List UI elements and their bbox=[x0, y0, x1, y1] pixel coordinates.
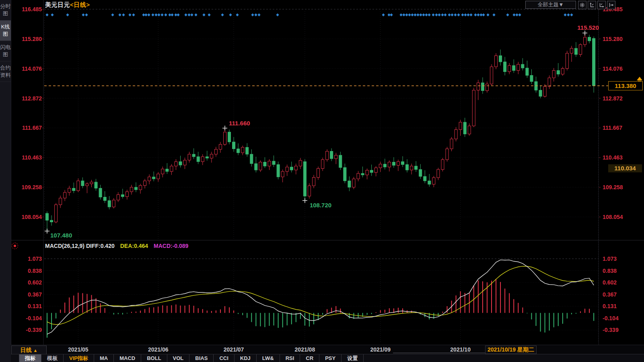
candle-body[interactable] bbox=[424, 176, 426, 181]
candle-body[interactable] bbox=[481, 83, 484, 91]
candle-body[interactable] bbox=[374, 168, 377, 173]
candle-body[interactable] bbox=[290, 167, 293, 170]
candle-body[interactable] bbox=[183, 160, 186, 165]
candle-body[interactable] bbox=[517, 64, 520, 70]
candle-body[interactable] bbox=[95, 182, 97, 188]
candle-body[interactable] bbox=[574, 48, 577, 54]
candle-body[interactable] bbox=[339, 155, 342, 168]
candle-body[interactable] bbox=[286, 167, 288, 172]
candle-body[interactable] bbox=[219, 144, 222, 149]
candle-body[interactable] bbox=[112, 200, 115, 207]
candle-body[interactable] bbox=[499, 56, 502, 62]
candle-body[interactable] bbox=[357, 174, 360, 179]
candle-body[interactable] bbox=[486, 84, 488, 91]
candle-body[interactable] bbox=[108, 200, 111, 207]
candle-body[interactable] bbox=[335, 155, 337, 159]
candle-body[interactable] bbox=[566, 53, 568, 68]
candle-body[interactable] bbox=[379, 164, 382, 168]
candle-body[interactable] bbox=[268, 161, 271, 166]
candle-body[interactable] bbox=[530, 76, 533, 82]
candle-body[interactable] bbox=[548, 78, 551, 86]
candle-body[interactable] bbox=[308, 186, 311, 196]
candle-body[interactable] bbox=[326, 151, 329, 160]
candle-body[interactable] bbox=[459, 122, 462, 129]
candle-body[interactable] bbox=[126, 192, 128, 196]
candle-body[interactable] bbox=[455, 130, 457, 139]
candle-body[interactable] bbox=[366, 170, 368, 175]
toolbar-item-2[interactable]: VIP指标 bbox=[64, 354, 94, 362]
candle-body[interactable] bbox=[557, 70, 560, 74]
toolbar-item-0[interactable]: 指标 bbox=[19, 354, 41, 362]
candle-body[interactable] bbox=[246, 147, 249, 154]
candle-body[interactable] bbox=[157, 174, 160, 179]
candle-body[interactable] bbox=[321, 160, 324, 168]
candle-body[interactable] bbox=[72, 188, 75, 190]
candle-body[interactable] bbox=[521, 64, 524, 68]
toolbar-item-14[interactable]: 设置 bbox=[342, 354, 364, 362]
candle-body[interactable] bbox=[512, 65, 515, 70]
toolbar-item-1[interactable]: 模板 bbox=[41, 354, 64, 362]
candle-body[interactable] bbox=[584, 37, 586, 45]
candle-body[interactable] bbox=[428, 181, 431, 184]
candle-body[interactable] bbox=[201, 157, 204, 162]
candle-body[interactable] bbox=[508, 65, 511, 72]
candle-body[interactable] bbox=[543, 86, 546, 96]
candle-body[interactable] bbox=[388, 162, 391, 167]
candle-body[interactable] bbox=[192, 154, 195, 157]
candle-body[interactable] bbox=[348, 181, 351, 187]
sidebar-item-1[interactable]: K线图 bbox=[0, 20, 11, 41]
candle-body[interactable] bbox=[81, 181, 84, 186]
candle-body[interactable] bbox=[490, 67, 493, 84]
toolbar-item-6[interactable]: VOL bbox=[167, 354, 190, 362]
candle-body[interactable] bbox=[561, 68, 564, 74]
visible-range-indicator[interactable] bbox=[393, 353, 486, 353]
candle-body[interactable] bbox=[313, 178, 315, 186]
candle-body[interactable] bbox=[495, 56, 498, 67]
toolbar-item-9[interactable]: KDJ bbox=[235, 354, 257, 362]
indicator-alert-icon[interactable] bbox=[12, 243, 18, 249]
candle-body[interactable] bbox=[468, 126, 471, 134]
toolbar-item-4[interactable]: MACD bbox=[114, 354, 141, 362]
toolbar-item-3[interactable]: MA bbox=[94, 354, 114, 362]
candle-body[interactable] bbox=[170, 166, 173, 171]
candle-body[interactable] bbox=[392, 162, 395, 165]
candle-body[interactable] bbox=[55, 205, 58, 222]
candle-body[interactable] bbox=[68, 188, 71, 192]
candle-body[interactable] bbox=[397, 162, 399, 165]
candle-body[interactable] bbox=[175, 162, 177, 166]
candle-body[interactable] bbox=[228, 132, 231, 142]
candle-body[interactable] bbox=[303, 162, 306, 196]
candle-body[interactable] bbox=[383, 164, 386, 167]
candle-body[interactable] bbox=[552, 70, 555, 78]
candle-body[interactable] bbox=[214, 149, 217, 154]
candle-body[interactable] bbox=[579, 45, 582, 55]
candle-body[interactable] bbox=[344, 168, 346, 181]
candle-body[interactable] bbox=[415, 166, 418, 170]
candle-body[interactable] bbox=[144, 181, 146, 186]
candle-body[interactable] bbox=[401, 162, 404, 164]
toolbar-item-13[interactable]: PSY bbox=[319, 354, 342, 362]
candle-body[interactable] bbox=[446, 149, 449, 160]
candle-body[interactable] bbox=[77, 181, 80, 191]
candle-body[interactable] bbox=[263, 162, 266, 166]
candle-body[interactable] bbox=[179, 162, 182, 165]
candle-body[interactable] bbox=[46, 213, 49, 220]
candle-body[interactable] bbox=[281, 172, 284, 177]
axis-scale-vertical-icon[interactable] bbox=[588, 1, 596, 9]
candle-body[interactable] bbox=[90, 182, 93, 184]
candle-body[interactable] bbox=[410, 166, 413, 170]
candle-body[interactable] bbox=[299, 160, 302, 166]
toolbar-item-10[interactable]: LW& bbox=[257, 354, 280, 362]
candle-body[interactable] bbox=[370, 170, 373, 173]
candle-body[interactable] bbox=[152, 177, 155, 179]
candle-body[interactable] bbox=[593, 39, 595, 86]
candle-body[interactable] bbox=[210, 154, 213, 158]
candle-body[interactable] bbox=[59, 198, 62, 205]
candle-body[interactable] bbox=[139, 186, 142, 190]
candle-body[interactable] bbox=[277, 165, 280, 177]
candle-body[interactable] bbox=[437, 170, 440, 178]
candle-body[interactable] bbox=[64, 192, 66, 198]
candle-body[interactable] bbox=[450, 139, 453, 149]
pan-right-icon[interactable] bbox=[607, 1, 615, 9]
candle-body[interactable] bbox=[477, 83, 479, 90]
